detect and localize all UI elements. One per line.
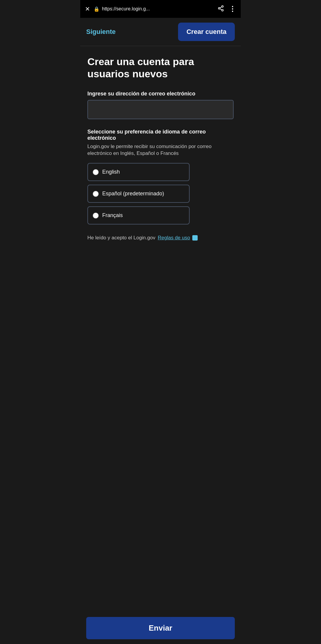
language-radio-english[interactable]	[93, 169, 99, 175]
terms-link[interactable]: Reglas de uso	[158, 234, 190, 242]
language-label: Seleccione su preferencia de idioma de c…	[87, 129, 234, 141]
language-english-label: English	[102, 169, 120, 175]
nav-bar: Siguiente Crear cuenta	[80, 18, 241, 46]
language-option-espanol[interactable]: Español (predeterminado)	[87, 185, 190, 203]
page-title: Crear una cuenta para usuarios nuevos	[87, 56, 234, 80]
language-radio-francais[interactable]	[93, 213, 99, 219]
main-content: Crear una cuenta para usuarios nuevos In…	[80, 46, 241, 290]
submit-button[interactable]: Enviar	[86, 617, 235, 639]
language-description: Login.gov le permite recibir su comunica…	[87, 143, 234, 157]
language-espanol-label: Español (predeterminado)	[102, 191, 164, 197]
email-label: Ingrese su dirección de correo electróni…	[87, 91, 234, 97]
lock-icon: 🔒	[94, 6, 100, 12]
close-tab-icon[interactable]: ✕	[85, 5, 90, 12]
bottom-spacer	[87, 251, 234, 281]
terms-external-link-icon	[192, 235, 198, 241]
language-option-francais[interactable]: Français	[87, 206, 190, 224]
svg-line-4	[220, 7, 222, 8]
more-options-icon[interactable]: ⋮	[229, 5, 236, 13]
language-option-english[interactable]: English	[87, 163, 190, 181]
siguiente-button[interactable]: Siguiente	[86, 28, 173, 36]
url-text: https://secure.login.g...	[102, 6, 150, 12]
email-input[interactable]	[87, 100, 234, 119]
language-radio-espanol[interactable]	[93, 191, 99, 197]
share-icon[interactable]	[218, 5, 224, 13]
language-section: Seleccione su preferencia de idioma de c…	[87, 129, 234, 225]
language-francais-label: Français	[102, 212, 123, 219]
submit-section: Enviar	[80, 612, 241, 644]
email-section: Ingrese su dirección de correo electróni…	[87, 91, 234, 119]
crear-cuenta-button[interactable]: Crear cuenta	[178, 23, 235, 41]
svg-line-3	[220, 9, 222, 10]
browser-bar: ✕ 🔒 https://secure.login.g... ⋮	[80, 0, 241, 18]
terms-section: He leído y acepto el Login.gov Reglas de…	[87, 234, 234, 242]
browser-url-bar[interactable]: 🔒 https://secure.login.g...	[94, 6, 214, 12]
browser-actions: ⋮	[218, 5, 236, 13]
terms-text-before: He leído y acepto el Login.gov	[87, 234, 155, 242]
